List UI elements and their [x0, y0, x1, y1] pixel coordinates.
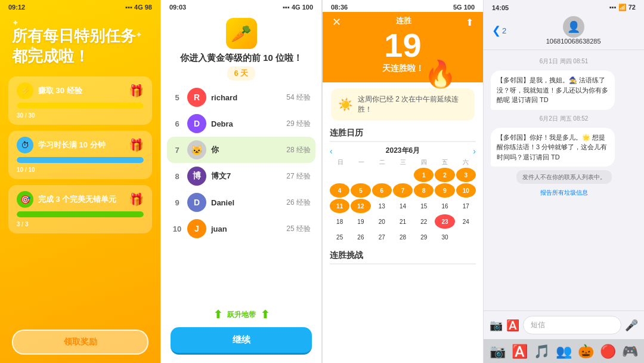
message-1: 【多邻国】是我，拽姐。🧙 法语练了没？呀，我就知道！多儿还以为你有多酷呢 退订请… [491, 70, 615, 110]
lb-row-8: 8 博 博文7 27 经验 [167, 163, 315, 189]
signal-icon: ▪▪▪ [609, 4, 617, 11]
task-bar-fill-2 [17, 157, 144, 163]
lb-xp-10: 25 经验 [286, 224, 311, 234]
lb-row-5: 5 R richard 54 经验 [167, 84, 315, 110]
lb-name-6: Debra [211, 119, 281, 128]
cal-day [351, 168, 370, 182]
share-button[interactable]: ⬆ [466, 17, 473, 28]
lb-row-9: 9 D Daniel 26 经验 [167, 189, 315, 216]
leaderboard-list: 5 R richard 54 经验 6 D Debra 29 经验 7 🐱 你 … [161, 84, 321, 304]
status-bar-3: 08:36 5G 100 [323, 0, 483, 12]
task-progress-1: 30 / 30 [17, 112, 144, 119]
lb-xp-8: 27 经验 [286, 171, 311, 182]
emoji-red[interactable]: 🔴 [600, 344, 616, 359]
system-text: 发件人不在你的联系人列表中。 [522, 174, 606, 180]
network-type-1: 4G [134, 4, 143, 11]
cal-prev[interactable]: ‹ [330, 146, 333, 156]
lb-avatar-6: D [187, 114, 206, 133]
cal-day: 21 [393, 214, 413, 229]
status-bar-1: 09:12 ▪▪▪ 4G 98 [0, 0, 160, 12]
status-icons-2: ▪▪▪ 4G 100 [283, 4, 313, 11]
task-progress-2: 10 / 10 [17, 167, 144, 173]
claim-button[interactable]: 领取奖励 [12, 330, 148, 355]
cal-day: 19 [351, 214, 370, 229]
msg-text-1: 【多邻国】是我，拽姐。🧙 法语练了没？呀，我就知道！多儿还以为你有多酷呢 退订请… [497, 76, 608, 103]
emoji-pumpkin[interactable]: 🎃 [578, 344, 594, 359]
lb-xp-6: 29 经验 [286, 119, 311, 129]
task-progress-3: 3 / 3 [17, 221, 144, 227]
message-input[interactable]: 短信 [523, 316, 621, 334]
battery-3: 100 [464, 4, 475, 11]
mic-icon[interactable]: 🎤 [625, 319, 638, 332]
lb-row-10: 10 J juan 25 经验 [167, 216, 315, 242]
emoji-music[interactable]: 🎵 [534, 344, 550, 359]
screen-messages: 14:05 ▪▪▪ 📶 72 ❮ 2 👤 106810068638285 6月1… [484, 0, 644, 363]
cal-day: 18 [330, 214, 349, 229]
close-button[interactable]: ✕ [332, 16, 341, 29]
task-bar-fill-1 [17, 103, 144, 109]
cal-day: 20 [372, 214, 392, 229]
back-button[interactable]: ❮ 2 [492, 24, 506, 37]
lb-xp-7: 28 经验 [286, 145, 311, 155]
contact-header: 👤 106810068638285 [511, 16, 636, 45]
cal-weekdays: 日 一 二 三 四 五 六 [330, 158, 476, 167]
cal-header: ‹ 2023年6月 › [330, 146, 476, 156]
status-icons-3: 5G 100 [453, 4, 475, 11]
calendar-title: 连胜日历 [330, 128, 476, 142]
screen-daily-tasks: 09:12 ▪▪▪ 4G 98 ✦ ✦ ✦ 所有每日特别任务都完成啦！ ⚡ 赚取… [0, 0, 160, 363]
emoji-tray: 📷 🅰️ 🎵 👥 🎃 🔴 🎮 [484, 339, 644, 363]
task-icon-1: ⚡ [17, 82, 33, 99]
battery-2: 100 [302, 4, 313, 11]
streak-notice: ☀️ 这周你已经 2 次在中午前延续连胜！ [331, 88, 475, 121]
challenge-section: 连胜挑战 [323, 247, 483, 264]
lb-xp-5: 54 经验 [286, 93, 311, 103]
task-bar-bg-1 [17, 103, 144, 109]
task-item-3: 🎯 完成 3 个完美无错单元 🎁 3 / 3 [8, 185, 152, 233]
camera-icon[interactable]: 📷 [490, 319, 503, 332]
notice-text: 这周你已经 2 次在中午前延续连胜！ [358, 94, 467, 115]
trophy-area: 🥕 你进入黄金等级的前 10 位啦！ 6 天 [161, 12, 321, 84]
cal-day: 30 [435, 230, 454, 244]
sparkle-3: ✦ [30, 45, 35, 51]
cal-day: 14 [393, 199, 413, 213]
msg-date-1: 6月1日 周四 08:51 [491, 57, 637, 66]
lb-name-10: juan [211, 224, 281, 233]
system-info: 发件人不在你的联系人列表中。 [516, 170, 612, 184]
lb-rank-6: 6 [172, 119, 182, 128]
lb-rank-9: 9 [172, 198, 182, 207]
status-icons-1: ▪▪▪ 4G 98 [125, 4, 152, 11]
task-icon-3: 🎯 [17, 191, 33, 208]
up-zone-label: 跃升地带 [227, 310, 256, 320]
emoji-app[interactable]: 🅰️ [512, 344, 528, 359]
input-icons: 📷 🅰️ [490, 319, 519, 332]
task-header-2: ⏱ 学习时长满 10 分钟 🎁 [17, 137, 144, 153]
continue-button[interactable]: 继续 [171, 327, 312, 355]
spam-link[interactable]: 报告所有垃圾信息 [491, 189, 637, 197]
cal-day: 7 [393, 183, 413, 198]
days-badge: 6 天 [227, 66, 256, 81]
status-bar-2: 09:03 ▪▪▪ 4G 100 [161, 0, 321, 12]
time-1: 09:12 [8, 4, 25, 11]
cal-day: 13 [372, 199, 392, 213]
cal-day: 25 [330, 230, 349, 244]
cal-next[interactable]: › [473, 146, 476, 156]
emoji-faces[interactable]: 👥 [556, 344, 572, 359]
cal-day: 10 [456, 183, 476, 198]
screen-leaderboard: 09:03 ▪▪▪ 4G 100 🥕 你进入黄金等级的前 10 位啦！ 6 天 … [160, 0, 322, 363]
task-header-3: 🎯 完成 3 个完美无错单元 🎁 [17, 191, 144, 208]
lb-name-9: Daniel [211, 198, 281, 207]
lb-xp-9: 26 经验 [286, 198, 311, 208]
emoji-game[interactable]: 🎮 [622, 344, 638, 359]
apps-icon[interactable]: 🅰️ [506, 319, 519, 332]
emoji-photo[interactable]: 📷 [490, 344, 506, 359]
battery-1: 98 [145, 4, 152, 11]
flame-icon: 🔥 [424, 59, 457, 90]
task-label-3: 完成 3 个完美无错单元 [38, 194, 116, 205]
tasks-list: ⚡ 赚取 30 经验 🎁 30 / 30 ⏱ 学习时长满 10 分钟 🎁 10 … [0, 76, 160, 321]
time-2: 09:03 [169, 4, 186, 11]
network-type-3: 5G [453, 4, 462, 11]
trophy-icon: 🥕 [226, 18, 257, 49]
task-icon-2: ⏱ [17, 137, 33, 153]
task-bar-fill-3 [17, 211, 144, 217]
cal-day: 15 [414, 199, 434, 213]
